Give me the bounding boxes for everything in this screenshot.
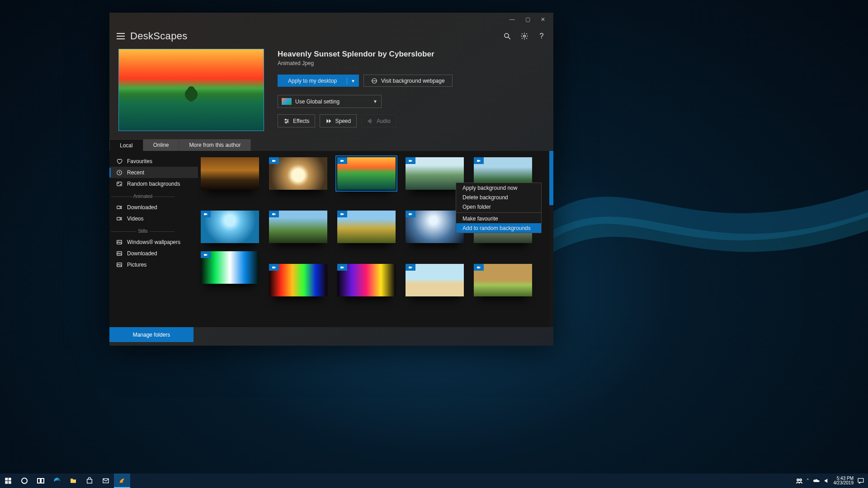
video-badge-icon — [406, 211, 415, 217]
sidebar-item-favourites[interactable]: Favourites — [115, 155, 198, 167]
sidebar-item-windows-wallpapers[interactable]: Windows® wallpapers — [115, 236, 198, 248]
help-icon[interactable]: ? — [537, 32, 546, 41]
ctx-delete[interactable]: Delete background — [456, 192, 541, 202]
ctx-make-favourite[interactable]: Make favourite — [456, 214, 541, 223]
svg-rect-27 — [272, 266, 274, 268]
thumbnail[interactable] — [201, 157, 259, 190]
thumbnail-selected[interactable] — [337, 157, 396, 190]
taskbar-clock[interactable]: 5:43 PM 4/23/2019 — [834, 476, 854, 486]
svg-point-6 — [287, 120, 288, 121]
wallpaper-browser: Favourites Recent Random backgrounds Ani… — [109, 151, 553, 327]
image-icon — [116, 250, 123, 257]
desktop-wave — [552, 136, 868, 316]
tab-more[interactable]: More from this author — [179, 139, 251, 151]
sidebar-item-videos[interactable]: Videos — [115, 213, 198, 224]
onedrive-icon[interactable] — [813, 478, 820, 483]
video-badge-icon — [406, 264, 415, 271]
scrollbar[interactable] — [549, 151, 553, 327]
thumbnail[interactable] — [201, 251, 259, 284]
video-badge-icon — [337, 157, 347, 164]
audio-icon — [367, 118, 373, 124]
svg-rect-31 — [5, 478, 8, 480]
svg-rect-30 — [477, 266, 479, 268]
thumbnail[interactable] — [269, 211, 327, 243]
visit-webpage-button[interactable]: Visit background webpage — [363, 75, 453, 87]
apply-to-desktop-button[interactable]: Apply to my desktop ▾ — [278, 75, 359, 87]
thumbnail-grid: Apply background now Delete background O… — [198, 151, 553, 327]
scrollbar-thumb[interactable] — [549, 151, 553, 205]
svg-rect-26 — [204, 253, 206, 255]
sidebar-item-downloaded-stills[interactable]: Downloaded — [115, 248, 198, 259]
thumbnail[interactable] — [201, 211, 259, 243]
edge-icon[interactable] — [49, 474, 65, 488]
ctx-add-random[interactable]: Add to random backgrounds — [456, 223, 541, 233]
global-setting-dropdown[interactable]: Use Global setting ▼ — [278, 95, 382, 108]
window-titlebar: — ▢ ✕ — [109, 13, 553, 26]
tab-local[interactable]: Local — [109, 139, 143, 151]
thumbnail[interactable] — [337, 264, 396, 296]
cortana-icon[interactable] — [16, 474, 33, 488]
search-icon[interactable] — [503, 32, 512, 41]
svg-rect-34 — [9, 481, 11, 484]
video-badge-icon — [201, 251, 211, 258]
video-badge-icon — [269, 264, 279, 271]
close-button[interactable]: ✕ — [535, 14, 551, 25]
thumbnail[interactable] — [269, 157, 327, 190]
video-badge-icon — [474, 264, 484, 271]
ctx-apply-now[interactable]: Apply background now — [456, 183, 541, 192]
video-badge-icon — [201, 211, 211, 217]
thumbnail[interactable] — [337, 211, 396, 243]
people-icon[interactable] — [796, 477, 803, 484]
sidebar-item-recent[interactable]: Recent — [109, 167, 198, 178]
chevron-down-icon: ▼ — [373, 99, 377, 104]
thumbnail[interactable] — [406, 157, 464, 190]
mail-icon[interactable] — [98, 474, 114, 488]
sidebar-item-pictures[interactable]: Pictures — [115, 259, 198, 270]
deskscapes-task-icon[interactable] — [114, 474, 130, 488]
sidebar-item-downloaded[interactable]: Downloaded — [115, 202, 198, 213]
sidebar-separator-animated: Animated — [115, 194, 171, 199]
video-badge-icon — [474, 157, 484, 164]
effects-button[interactable]: Effects — [278, 114, 315, 127]
action-center-icon[interactable] — [857, 477, 864, 484]
image-icon — [116, 239, 123, 246]
maximize-button[interactable]: ▢ — [520, 14, 535, 25]
video-badge-icon — [337, 264, 347, 271]
svg-rect-22 — [272, 213, 274, 215]
sidebar-item-random[interactable]: Random backgrounds — [115, 178, 198, 189]
app-header: DeskScapes ? — [109, 26, 553, 46]
svg-point-0 — [505, 33, 509, 38]
svg-rect-24 — [409, 213, 411, 215]
start-button[interactable] — [0, 474, 16, 488]
task-view-icon[interactable] — [33, 474, 49, 488]
store-icon[interactable] — [81, 474, 98, 488]
thumbnail[interactable] — [406, 264, 464, 296]
deskscapes-window: — ▢ ✕ DeskScapes ? Heavenly Sunset Splen… — [109, 13, 553, 346]
svg-rect-20 — [477, 160, 479, 161]
svg-point-40 — [800, 479, 802, 481]
audio-button: Audio — [361, 114, 396, 127]
thumbnail[interactable] — [269, 264, 327, 296]
hamburger-menu-button[interactable] — [114, 29, 127, 43]
shuffle-icon — [116, 180, 123, 188]
minimize-button[interactable]: — — [505, 14, 520, 25]
context-menu: Apply background now Delete background O… — [456, 183, 542, 233]
tray-chevron-up-icon[interactable]: ˄ — [807, 478, 809, 484]
svg-point-39 — [797, 479, 799, 481]
file-explorer-icon[interactable] — [65, 474, 81, 488]
video-badge-icon — [337, 211, 347, 217]
video-camera-icon — [116, 204, 123, 211]
thumbnail[interactable] — [406, 211, 464, 243]
ctx-open-folder[interactable]: Open folder — [456, 202, 541, 211]
svg-rect-13 — [117, 217, 120, 220]
speed-button[interactable]: Speed — [320, 114, 357, 127]
image-icon — [116, 261, 123, 268]
thumbnail[interactable] — [474, 264, 532, 296]
svg-rect-12 — [117, 206, 120, 209]
apply-dropdown-arrow[interactable]: ▾ — [347, 78, 359, 84]
svg-point-35 — [22, 478, 27, 483]
tab-online[interactable]: Online — [143, 139, 179, 151]
manage-folders-button[interactable]: Manage folders — [109, 327, 193, 342]
gear-icon[interactable] — [520, 32, 529, 41]
volume-icon[interactable] — [824, 478, 830, 484]
